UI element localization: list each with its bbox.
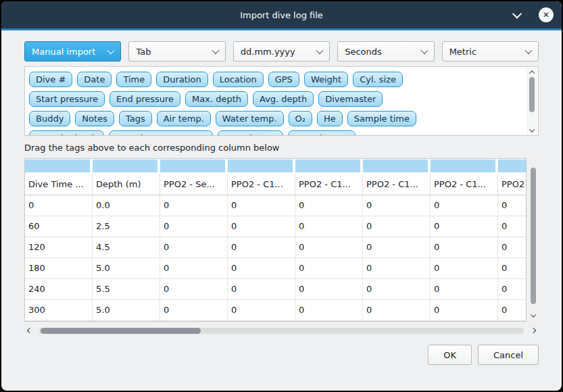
drop-target-cell[interactable] (498, 160, 527, 172)
combo-row: Manual importTabdd.mm.yyyySecondsMetric (24, 41, 539, 62)
drag-tag[interactable]: Location (213, 72, 264, 87)
combo-field-separator[interactable]: Tab (128, 41, 225, 62)
scrollbar-thumb[interactable] (529, 77, 535, 112)
drop-target-cell[interactable] (228, 160, 293, 172)
table-cell: 0 (431, 237, 498, 258)
table-cell: 60 (25, 216, 93, 237)
table-vertical-scrollbar[interactable] (528, 158, 539, 322)
table-cell: 0 (228, 216, 295, 237)
drop-target-cell[interactable] (431, 160, 495, 172)
table-row: 1204.5000000 (25, 237, 526, 258)
table-cell: 0 (160, 195, 228, 216)
table-cell: 0 (295, 300, 363, 320)
scrollbar-thumb[interactable] (41, 328, 201, 334)
table-row: 602.5000000 (25, 216, 526, 237)
tag-panel-scrollbar[interactable] (527, 68, 537, 134)
drag-tag[interactable]: Buddy (29, 111, 70, 126)
drag-tag[interactable]: Tags (119, 111, 152, 126)
drag-tag[interactable]: Divemaster (318, 91, 383, 107)
drag-tag[interactable]: Time (116, 72, 151, 87)
drag-tag[interactable]: Air temp. (157, 111, 211, 126)
drop-target-cell[interactable] (295, 160, 360, 172)
drop-target-cell[interactable] (160, 160, 225, 172)
drag-tag[interactable]: GPS (268, 72, 299, 87)
import-table: Dive Time ...Depth (m)PPO2 - Se...PPO2 -… (24, 158, 527, 322)
chevron-down-icon (107, 47, 115, 54)
ok-button[interactable]: OK (428, 345, 472, 365)
tag-row: Sample depthSample temperatureSample pO₂… (29, 130, 522, 135)
drag-tag[interactable]: Duration (156, 72, 207, 87)
table-cell: 0 (363, 237, 431, 258)
drop-target-cell[interactable] (363, 160, 428, 172)
drag-tag[interactable]: Dive # (29, 72, 72, 87)
drag-tag[interactable]: Water temp. (216, 111, 284, 126)
close-button[interactable]: ✕ (539, 7, 554, 22)
scrollbar-track[interactable] (39, 328, 524, 334)
table-cell: 0 (498, 258, 527, 278)
drag-tag[interactable]: Sample temperature (109, 130, 214, 135)
table-row: 00.0000000 (25, 195, 526, 216)
drag-tag[interactable]: Sample CNS (288, 130, 356, 135)
table-cell: 0 (295, 279, 363, 299)
drag-tag[interactable]: Weight (304, 72, 348, 87)
tag-list: Dive #DateTimeDurationLocationGPSWeightC… (25, 67, 538, 135)
table-cell: 4.5 (93, 237, 160, 258)
drag-tag[interactable]: Notes (75, 111, 114, 126)
table-cell: 0 (431, 300, 498, 320)
drag-tag[interactable]: Sample time (347, 111, 416, 126)
table-cell: 0 (160, 216, 228, 237)
table-cell: 240 (25, 279, 93, 299)
table-cell: 0 (363, 195, 431, 216)
cancel-button[interactable]: Cancel (478, 345, 539, 365)
combo-import-type[interactable]: Manual import (24, 41, 121, 62)
column-header: Depth (m) (93, 174, 160, 195)
column-header: PPO2 - C1... (363, 174, 431, 195)
scroll-right-icon[interactable] (529, 326, 537, 335)
drop-target-cell[interactable] (93, 160, 157, 172)
drag-tag[interactable]: Date (77, 72, 112, 87)
scrollbar-thumb[interactable] (531, 168, 536, 304)
scroll-up-icon[interactable] (527, 68, 537, 76)
table-horizontal-scrollbar[interactable] (24, 326, 539, 335)
column-header: PPO2 - C1... (295, 174, 363, 195)
table-cell: 0 (228, 279, 295, 299)
table-cell: 0 (498, 279, 527, 299)
drag-tag[interactable]: Start pressure (29, 91, 105, 107)
shade-button[interactable] (510, 8, 524, 22)
drag-tag[interactable]: He (317, 111, 343, 126)
drop-target-cell[interactable] (25, 160, 90, 172)
dialog-content: Manual importTabdd.mm.yyyySecondsMetric … (1, 30, 562, 365)
window-title: Import dive log file (240, 10, 323, 20)
scroll-down-icon[interactable] (528, 311, 539, 320)
drag-tag[interactable]: Cyl. size (353, 72, 403, 87)
scroll-left-icon[interactable] (26, 326, 34, 335)
scroll-down-icon[interactable] (527, 126, 537, 134)
titlebar: Import dive log file ✕ (1, 1, 562, 28)
table-cell: 0 (431, 258, 498, 278)
table-cell: 5.0 (93, 258, 160, 278)
table-cell: 0 (363, 279, 431, 299)
combo-time-format[interactable]: Seconds (337, 41, 434, 62)
combo-date-format[interactable]: dd.mm.yyyy (233, 41, 330, 62)
drag-tag[interactable]: O₂ (289, 111, 312, 126)
table-cell: 0 (363, 258, 431, 278)
column-header: PPO2 - C1... (228, 174, 295, 195)
table-cell: 0 (295, 237, 363, 258)
drag-tag[interactable]: Avg. depth (253, 91, 314, 107)
table-cell: 0 (431, 279, 498, 299)
table-cell: 0 (363, 300, 431, 320)
table-cell: 0 (160, 237, 228, 258)
table-cell: 0 (228, 195, 295, 216)
chevron-down-icon (420, 47, 428, 54)
table-cell: 0 (431, 195, 498, 216)
drag-tag[interactable]: End pressure (109, 91, 180, 107)
table-cell: 0 (363, 216, 431, 237)
drag-instruction: Drag the tags above to each correspondin… (24, 143, 539, 153)
column-header: PPO2 - C1... (498, 174, 527, 195)
combo-units[interactable]: Metric (442, 41, 539, 62)
drag-tag[interactable]: Max. depth (185, 91, 248, 107)
drag-tag[interactable]: Sample pO₂ (218, 130, 283, 135)
tag-row: Start pressureEnd pressureMax. depthAvg.… (29, 91, 522, 107)
table-cell: 0 (25, 195, 93, 216)
drag-tag[interactable]: Sample depth (29, 130, 104, 135)
